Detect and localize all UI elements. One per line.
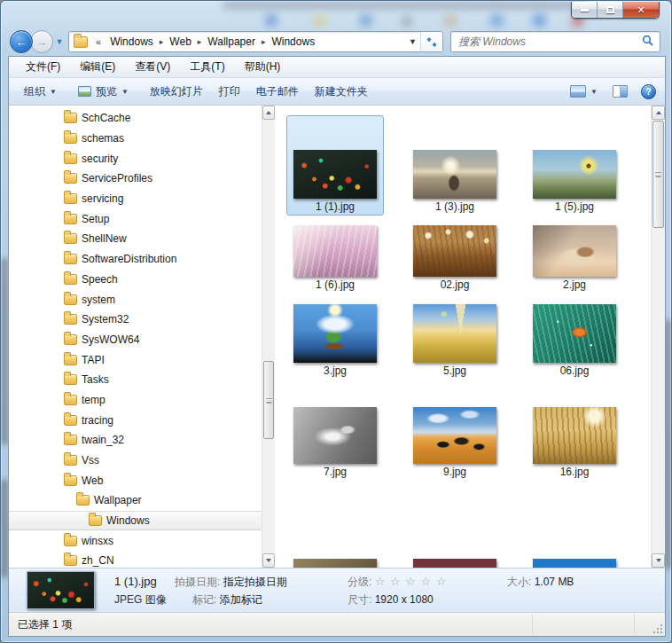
file-tile[interactable]: 7.jpg bbox=[286, 400, 384, 481]
address-dropdown-button[interactable]: ▼ bbox=[405, 32, 420, 51]
size-value: 1.07 MB bbox=[535, 576, 574, 588]
email-button[interactable]: 电子邮件 bbox=[248, 81, 307, 102]
folder-icon bbox=[64, 214, 77, 224]
file-tile[interactable]: 06.jpg bbox=[526, 299, 623, 380]
tree-item-security[interactable]: security bbox=[9, 148, 262, 169]
scrollbar-thumb[interactable] bbox=[263, 361, 274, 439]
tree-item-tasks[interactable]: Tasks bbox=[9, 370, 262, 390]
scroll-down-button[interactable] bbox=[262, 553, 275, 568]
breadcrumb-item-wallpaper[interactable]: Wallpaper bbox=[202, 35, 261, 48]
file-tile[interactable] bbox=[286, 514, 384, 568]
tree-item-twain32[interactable]: twain_32 bbox=[9, 430, 262, 451]
close-icon: ✕ bbox=[637, 5, 645, 15]
tree-item-setup[interactable]: Setup bbox=[9, 208, 262, 229]
menu-file[interactable]: 文件(F) bbox=[16, 59, 70, 74]
recent-pages-dropdown[interactable]: ▼ bbox=[53, 37, 66, 46]
tree-item-serviceprofiles[interactable]: ServiceProfiles bbox=[9, 169, 262, 189]
file-tile[interactable]: 9.jpg bbox=[406, 400, 504, 481]
change-view-button[interactable]: ▼ bbox=[567, 81, 601, 102]
new-folder-button[interactable]: 新建文件夹 bbox=[307, 81, 376, 102]
tree-item-winsxs[interactable]: winsxs bbox=[9, 530, 262, 551]
picture-icon bbox=[78, 86, 91, 97]
breadcrumb-item-web[interactable]: Web bbox=[164, 35, 196, 48]
tree-item-zhcn[interactable]: zh_CN bbox=[9, 551, 262, 568]
breadcrumb-overflow-chevron[interactable]: « bbox=[92, 36, 105, 47]
scroll-down-button[interactable] bbox=[652, 553, 665, 568]
tree-item-system32[interactable]: System32 bbox=[9, 310, 262, 330]
print-button[interactable]: 打印 bbox=[211, 81, 248, 102]
tree-item-temp[interactable]: temp bbox=[9, 390, 262, 411]
preview-pane-button[interactable] bbox=[609, 81, 631, 102]
breadcrumb-item-windows-root[interactable]: Windows bbox=[105, 35, 159, 48]
tree-item-shellnew[interactable]: ShellNew bbox=[9, 229, 262, 249]
preview-button[interactable]: 预览▼ bbox=[70, 81, 137, 102]
minimize-button[interactable] bbox=[572, 2, 598, 18]
folder-icon bbox=[64, 173, 77, 184]
file-tile[interactable]: 16.jpg bbox=[526, 400, 623, 481]
close-button[interactable]: ✕ bbox=[623, 2, 659, 18]
image-thumbnail bbox=[413, 225, 496, 277]
file-tile[interactable] bbox=[526, 514, 623, 568]
folder-icon bbox=[64, 435, 77, 445]
preview-pane-icon bbox=[613, 85, 628, 98]
tree-item-tapi[interactable]: TAPI bbox=[9, 349, 262, 370]
slideshow-button[interactable]: 放映幻灯片 bbox=[142, 81, 211, 102]
rating-label: 分级: bbox=[348, 576, 371, 588]
file-tile[interactable]: 02.jpg bbox=[406, 222, 504, 294]
window-controls: ✕ bbox=[571, 2, 660, 19]
maximize-button[interactable] bbox=[598, 2, 623, 18]
file-tile[interactable]: 2.jpg bbox=[526, 222, 623, 294]
tree-item-system[interactable]: system bbox=[9, 289, 262, 310]
file-tile[interactable] bbox=[406, 514, 504, 568]
scroll-up-button[interactable] bbox=[652, 106, 665, 120]
tree-item-syswow64[interactable]: SysWOW64 bbox=[9, 330, 262, 350]
folder-icon bbox=[89, 515, 102, 526]
tree-item-web[interactable]: Web bbox=[9, 470, 262, 490]
file-tile-selected[interactable]: 1 (1).jpg bbox=[286, 115, 384, 216]
file-tile[interactable]: 5.jpg bbox=[406, 299, 504, 380]
tree-item-schcache[interactable]: SchCache bbox=[9, 108, 262, 129]
forward-button[interactable]: → bbox=[30, 30, 53, 53]
organize-button[interactable]: 组织▼ bbox=[16, 81, 65, 102]
scroll-up-button[interactable] bbox=[262, 106, 275, 120]
title-bar[interactable]: ✕ bbox=[1, 1, 671, 27]
glass-edge-shadow bbox=[2, 480, 7, 577]
tree-item-wallpaper[interactable]: Wallpaper bbox=[9, 490, 262, 511]
tree-item-softwaredistribution[interactable]: SoftwareDistribution bbox=[9, 249, 262, 270]
menu-view[interactable]: 查看(V) bbox=[125, 59, 180, 74]
status-bar: 已选择 1 项 bbox=[9, 612, 665, 636]
tree-item-speech[interactable]: Speech bbox=[9, 270, 262, 290]
image-thumbnail bbox=[293, 407, 377, 464]
date-taken-value[interactable]: 指定拍摄日期 bbox=[223, 576, 287, 588]
tree-item-windows-selected[interactable]: Windows bbox=[9, 511, 262, 531]
file-tile[interactable]: 1 (6).jpg bbox=[286, 222, 384, 294]
search-input[interactable] bbox=[451, 35, 642, 48]
tree-item-tracing[interactable]: tracing bbox=[9, 410, 262, 430]
breadcrumb-item-windows[interactable]: Windows bbox=[266, 35, 320, 48]
menu-help[interactable]: 帮助(H) bbox=[235, 59, 291, 74]
refresh-button[interactable] bbox=[420, 32, 442, 51]
file-tile[interactable]: 1 (5).jpg bbox=[526, 115, 623, 216]
maximize-icon bbox=[606, 6, 614, 13]
tree-scrollbar[interactable] bbox=[262, 106, 275, 568]
selected-filename: 1 (1).jpg bbox=[114, 573, 167, 591]
tree-item-servicing[interactable]: servicing bbox=[9, 189, 262, 209]
folder-icon bbox=[64, 113, 77, 123]
tree-item-schemas[interactable]: schemas bbox=[9, 129, 262, 149]
help-button[interactable]: ? bbox=[639, 81, 658, 102]
resize-grip[interactable] bbox=[652, 623, 663, 634]
tags-value[interactable]: 添加标记 bbox=[220, 593, 262, 606]
address-bar[interactable]: « Windows ▸ Web ▸ Wallpaper ▸ Windows ▼ bbox=[68, 31, 443, 52]
menu-tools[interactable]: 工具(T) bbox=[180, 59, 234, 74]
image-thumbnail bbox=[533, 559, 616, 568]
file-row: 7.jpg 9.jpg 16.jpg bbox=[286, 400, 623, 481]
menu-edit[interactable]: 编辑(E) bbox=[70, 59, 125, 74]
search-icon[interactable] bbox=[642, 35, 660, 50]
file-tile[interactable]: 3.jpg bbox=[286, 299, 384, 380]
scrollbar-thumb[interactable] bbox=[652, 121, 664, 228]
rating-stars-icon[interactable]: ☆ ☆ ☆ ☆ ☆ bbox=[375, 575, 448, 588]
tree-item-vss[interactable]: Vss bbox=[9, 451, 262, 471]
content-scrollbar[interactable] bbox=[651, 106, 665, 568]
back-button[interactable]: ← bbox=[10, 30, 33, 53]
file-tile[interactable]: 1 (3).jpg bbox=[406, 115, 504, 216]
